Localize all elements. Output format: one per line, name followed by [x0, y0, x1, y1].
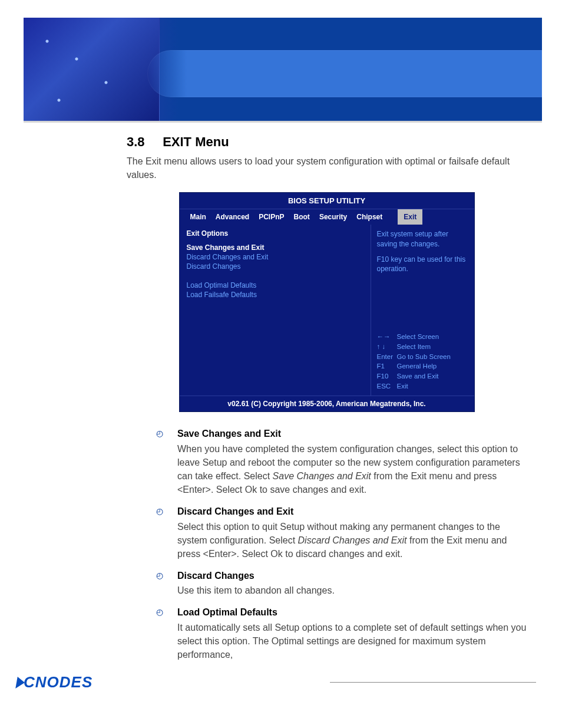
- bios-screenshot: BIOS SETUP UTILITY Main Advanced PCIPnP …: [179, 192, 475, 412]
- banner-circuit-art: [24, 18, 160, 121]
- key-arrows-lr-icon: ←→: [377, 332, 397, 342]
- key-arrows-ud-icon: ↑ ↓: [377, 342, 397, 352]
- key-f1: F1: [377, 361, 397, 371]
- bios-title: BIOS SETUP UTILITY: [180, 193, 474, 209]
- section-number: 3.8: [127, 134, 159, 150]
- footer-rule: [330, 682, 536, 683]
- bios-tab-pcipnp[interactable]: PCIPnP: [254, 209, 289, 225]
- desc-title: Discard Changes: [177, 569, 527, 582]
- bios-tab-exit[interactable]: Exit: [398, 209, 422, 225]
- bios-item-load-optimal[interactable]: Load Optimal Defaults: [187, 281, 363, 289]
- bios-help-text: Exit system setup after saving the chang…: [377, 229, 468, 274]
- bios-item-load-failsafe[interactable]: Load Failsafe Defaults: [187, 291, 363, 299]
- desc-body-em: Save Changes and Exit: [273, 471, 371, 481]
- key-f10: F10: [377, 371, 397, 381]
- desc-title: Discard Changes and Exit: [177, 505, 527, 518]
- header-banner: [24, 18, 542, 123]
- bios-right-panel: Exit system setup after saving the chang…: [371, 225, 474, 396]
- desc-load-optimal: ◴ Load Optimal Defaults It automatically…: [156, 605, 527, 661]
- bullet-icon: ◴: [156, 605, 177, 661]
- bios-menu-bar: Main Advanced PCIPnP Boot Security Chips…: [180, 209, 474, 225]
- bios-help-line1: Exit system setup after saving the chang…: [377, 229, 468, 248]
- section-title: EXIT Menu: [163, 134, 229, 149]
- bios-item-discard-exit[interactable]: Discard Changes and Exit: [187, 253, 363, 261]
- desc-discard-changes: ◴ Discard Changes Use this item to aband…: [156, 569, 527, 597]
- desc-body-pre: It automatically sets all Setup options …: [177, 622, 526, 660]
- banner-stripe: [147, 50, 542, 97]
- bios-tab-main[interactable]: Main: [186, 209, 211, 225]
- bios-tab-chipset[interactable]: Chipset: [352, 209, 387, 225]
- bios-tab-boot[interactable]: Boot: [289, 209, 315, 225]
- bios-tab-advanced[interactable]: Advanced: [211, 209, 254, 225]
- bios-item-save-exit[interactable]: Save Changes and Exit: [187, 243, 363, 252]
- desc-save-changes-exit: ◴ Save Changes and Exit When you have co…: [156, 427, 527, 496]
- bios-tab-security[interactable]: Security: [315, 209, 352, 225]
- desc-body-pre: Use this item to abandon all changes.: [177, 585, 335, 595]
- description-list: ◴ Save Changes and Exit When you have co…: [156, 427, 527, 661]
- key-esc: ESC: [377, 381, 397, 391]
- bullet-icon: ◴: [156, 569, 177, 597]
- desc-title: Save Changes and Exit: [177, 427, 527, 440]
- bios-footer: v02.61 (C) Copyright 1985-2006, American…: [180, 396, 474, 411]
- bios-help-line2: F10 key can be used for this operation.: [377, 255, 468, 274]
- desc-body-em: Discard Changes and Exit: [298, 535, 407, 545]
- bullet-icon: ◴: [156, 505, 177, 561]
- bios-key-legend: ←→Select Screen ↑ ↓Select Item EnterGo t…: [377, 332, 468, 391]
- desc-title: Load Optimal Defaults: [177, 605, 527, 619]
- bullet-icon: ◴: [156, 427, 177, 496]
- desc-discard-changes-exit: ◴ Discard Changes and Exit Select this o…: [156, 505, 527, 561]
- bios-item-discard[interactable]: Discard Changes: [187, 262, 363, 271]
- section-heading: 3.8 EXIT Menu: [127, 134, 527, 150]
- section-intro: The Exit menu allows users to load your …: [127, 154, 527, 182]
- bios-left-panel: Exit Options Save Changes and Exit Disca…: [180, 225, 371, 396]
- bios-panel-heading: Exit Options: [187, 229, 363, 238]
- key-enter: Enter: [377, 352, 397, 362]
